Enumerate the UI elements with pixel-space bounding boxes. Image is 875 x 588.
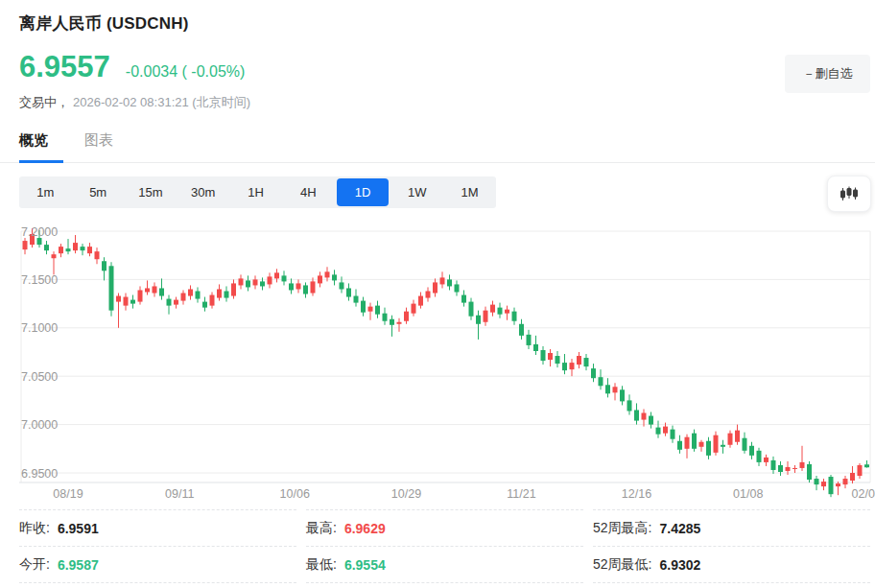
candle — [484, 311, 488, 322]
candle — [390, 319, 394, 325]
candle — [533, 344, 538, 351]
x-axis-label: 10/06 — [280, 487, 310, 501]
candle — [397, 322, 402, 324]
remove-watchlist-button[interactable]: －删自选 — [785, 55, 870, 93]
candle — [361, 301, 366, 313]
candle — [728, 434, 733, 445]
candle — [167, 299, 172, 306]
candle — [455, 284, 460, 292]
tab-chart[interactable]: 图表 — [84, 131, 129, 160]
candle — [332, 274, 337, 280]
candle — [829, 477, 834, 494]
candle — [196, 291, 201, 298]
candle — [153, 286, 157, 293]
candle — [577, 356, 581, 365]
candle — [692, 434, 697, 449]
range-button-1D[interactable]: 1D — [337, 178, 390, 206]
chart-style-button[interactable] — [827, 176, 871, 212]
candle — [850, 473, 855, 481]
candle — [325, 271, 330, 277]
candle — [599, 377, 603, 386]
candle — [368, 307, 373, 312]
candle — [66, 248, 71, 251]
candle — [145, 288, 150, 292]
x-axis-label: 11/21 — [507, 487, 535, 501]
y-axis-label: 6.9500 — [21, 467, 58, 481]
candle — [268, 276, 272, 284]
candle — [217, 289, 222, 297]
candle — [613, 387, 618, 392]
range-button-1W[interactable]: 1W — [390, 178, 443, 206]
candle — [519, 324, 524, 336]
stat-value: 6.9587 — [58, 557, 99, 573]
candle — [440, 277, 445, 284]
candle — [864, 464, 869, 467]
status-timestamp: 2026-02-02 08:31:21 (北京时间) — [73, 95, 250, 109]
stat-value: 6.9629 — [344, 521, 386, 536]
candle — [124, 297, 129, 306]
candle — [476, 316, 481, 324]
stat-value: 6.9302 — [659, 557, 700, 573]
stat-cell: 今开:6.9587 — [19, 547, 296, 583]
candle — [282, 275, 287, 281]
candle — [52, 254, 57, 258]
y-axis-label: 7.0500 — [21, 370, 58, 384]
candle — [771, 460, 776, 470]
range-button-15m[interactable]: 15m — [125, 178, 177, 206]
candle — [73, 243, 78, 250]
price-row: 6.9557 -0.0034 ( -0.05%) — [19, 50, 245, 84]
candle — [505, 310, 509, 314]
candle — [426, 291, 431, 297]
stat-label: 今开: — [19, 556, 50, 574]
candle — [642, 413, 647, 420]
range-button-1m[interactable]: 1m — [19, 178, 72, 206]
candle — [570, 363, 575, 369]
candle — [858, 465, 863, 476]
candle — [778, 465, 783, 472]
stat-label: 52周最高: — [593, 520, 651, 537]
range-button-30m[interactable]: 30m — [177, 178, 229, 206]
candle — [821, 482, 826, 486]
current-price: 6.9557 — [19, 50, 110, 84]
stat-cell: 最高:6.9629 — [306, 509, 583, 547]
candle — [433, 282, 438, 293]
candle — [548, 353, 553, 360]
candle — [757, 451, 762, 462]
stat-cell: 最低:6.9554 — [306, 547, 583, 583]
candle — [37, 238, 42, 245]
candle — [749, 446, 754, 456]
candle — [109, 266, 114, 310]
candle — [836, 483, 840, 486]
candle — [815, 479, 819, 484]
candle — [735, 431, 740, 442]
tab-overview[interactable]: 概览 — [19, 131, 63, 163]
candle — [174, 300, 178, 305]
candle — [605, 385, 610, 393]
candle — [138, 290, 143, 301]
range-button-4H[interactable]: 4H — [282, 178, 335, 206]
candle — [786, 467, 791, 471]
candle — [677, 441, 682, 450]
candle — [289, 283, 294, 290]
candle — [188, 289, 193, 295]
range-button-1H[interactable]: 1H — [229, 178, 282, 206]
candle — [469, 302, 474, 317]
candle — [807, 464, 812, 480]
candle — [671, 430, 675, 439]
page-title: 离岸人民币 (USDCNH) — [19, 12, 189, 35]
candle — [743, 438, 747, 451]
y-axis-label: 7.2000 — [21, 225, 58, 239]
candle — [246, 280, 250, 287]
range-button-1M[interactable]: 1M — [443, 178, 496, 206]
candle — [634, 410, 639, 420]
candle — [274, 272, 279, 278]
candle — [253, 279, 258, 285]
candle — [296, 283, 301, 289]
status-label: 交易中， — [19, 95, 69, 109]
candle — [225, 291, 229, 297]
candlestick-chart-icon — [840, 186, 859, 201]
candle — [202, 302, 207, 308]
range-button-5m[interactable]: 5m — [72, 178, 125, 206]
candle — [541, 350, 546, 361]
candle — [706, 441, 711, 456]
